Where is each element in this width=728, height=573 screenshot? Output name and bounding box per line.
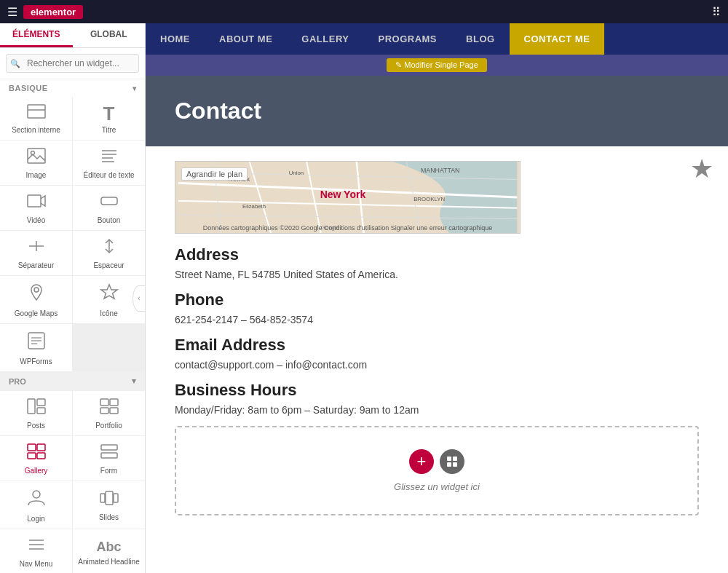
hours-section: Business Hours Monday/Friday: 8am to 6pm… — [175, 381, 699, 416]
svg-marker-14 — [101, 285, 117, 299]
tab-global[interactable]: GLOBAL — [73, 23, 146, 47]
grid-icon[interactable]: ⠿ — [712, 5, 721, 19]
nav-bar: HOME ABOUT ME GALLERY PROGRAMS BLOG CONT… — [146, 23, 728, 55]
section-interne-icon — [27, 104, 46, 123]
animated-headline-icon: Abc — [96, 540, 121, 555]
widget-video[interactable]: Vidéo — [0, 186, 72, 230]
icone-label: Icône — [100, 309, 117, 317]
nav-home[interactable]: HOME — [146, 23, 205, 55]
email-text: contact@support.com – info@contact.com — [175, 359, 699, 371]
titre-label: Titre — [102, 126, 116, 134]
widget-image[interactable]: Image — [0, 141, 72, 185]
sidebar-search-area — [0, 48, 145, 79]
svg-rect-26 — [28, 444, 36, 451]
svg-rect-57 — [447, 462, 451, 467]
svg-rect-34 — [106, 491, 113, 505]
nav-programs[interactable]: PROGRAMS — [363, 23, 451, 55]
form-label: Form — [100, 467, 117, 475]
svg-rect-27 — [37, 444, 45, 451]
section-basic-arrow: ▾ — [132, 84, 137, 92]
section-pro-header[interactable]: PRO ▾ — [0, 372, 145, 390]
slides-icon — [100, 490, 119, 510]
login-icon — [27, 489, 46, 512]
widget-animated-headline[interactable]: Abc Animated Headline — [73, 529, 145, 573]
drop-zone-btns: + — [409, 449, 464, 474]
nav-gallery[interactable]: GALLERY — [287, 23, 363, 55]
drop-label: Glissez un widget ici — [394, 481, 480, 492]
nav-blog[interactable]: BLOG — [451, 23, 510, 55]
posts-icon — [27, 398, 46, 419]
slides-label: Slides — [99, 513, 119, 521]
svg-rect-33 — [100, 494, 105, 502]
email-heading: Email Address — [175, 336, 699, 355]
svg-rect-30 — [101, 445, 117, 450]
phone-section: Phone 621-254-2147 – 564-852-3574 — [175, 291, 699, 325]
portfolio-icon — [100, 398, 119, 419]
sidebar-collapse-handle[interactable]: ‹ — [132, 285, 146, 312]
hamburger-icon[interactable]: ☰ — [7, 5, 17, 19]
map-footer: Données cartographiques ©2020 Google Con… — [203, 224, 493, 232]
address-text: Street Name, FL 54785 United States of A… — [175, 269, 699, 280]
svg-rect-25 — [110, 408, 118, 414]
widget-posts[interactable]: Posts — [0, 391, 72, 435]
espaceur-icon — [100, 238, 119, 258]
main-layout: ÉLÉMENTS GLOBAL BASIQUE ▾ Section intern… — [0, 23, 728, 573]
image-label: Image — [26, 171, 47, 179]
widget-portfolio[interactable]: Portfolio — [73, 391, 145, 435]
bouton-label: Bouton — [98, 216, 121, 224]
svg-point-13 — [34, 288, 39, 292]
svg-rect-29 — [37, 453, 45, 459]
widget-titre[interactable]: T Titre — [73, 97, 145, 140]
contact-header: Contact — [146, 76, 728, 146]
widget-slides[interactable]: Slides — [73, 481, 145, 529]
tab-elements[interactable]: ÉLÉMENTS — [0, 23, 73, 47]
editeur-texte-icon — [100, 148, 119, 168]
widget-google-maps[interactable]: Google Maps — [0, 276, 72, 323]
content-area: HOME ABOUT ME GALLERY PROGRAMS BLOG CONT… — [146, 23, 728, 573]
drop-zone: + Glissez un widget ici — [175, 426, 699, 515]
posts-label: Posts — [27, 422, 45, 430]
map-city-label: New York — [320, 189, 366, 200]
email-section: Email Address contact@support.com – info… — [175, 336, 699, 371]
sidebar: ÉLÉMENTS GLOBAL BASIQUE ▾ Section intern… — [0, 23, 146, 573]
espaceur-label: Espaceur — [93, 261, 124, 269]
hours-heading: Business Hours — [175, 381, 699, 400]
widget-editeur-texte[interactable]: Éditeur de texte — [73, 141, 145, 185]
svg-text:Union: Union — [289, 170, 304, 176]
svg-rect-23 — [110, 399, 118, 406]
video-label: Vidéo — [27, 216, 45, 224]
modifier-single-page-btn[interactable]: ✎ Modifier Single Page — [387, 58, 487, 72]
image-icon — [27, 148, 46, 168]
widget-bouton[interactable]: Bouton — [73, 186, 145, 230]
section-pro-arrow: ▾ — [132, 376, 136, 386]
svg-rect-20 — [37, 399, 45, 406]
widget-nav-menu[interactable]: Nav Menu — [0, 529, 72, 573]
separateur-label: Séparateur — [18, 261, 54, 269]
widget-login[interactable]: Login — [0, 481, 72, 529]
map-expand-btn[interactable]: Agrandir le plan — [181, 167, 248, 181]
widget-wpforms[interactable]: WPForms — [0, 324, 72, 371]
nav-contact[interactable]: CONTACT ME — [510, 23, 605, 55]
gallery-icon — [27, 443, 46, 464]
widget-gallery[interactable]: Gallery — [0, 436, 72, 481]
add-widget-btn[interactable]: + — [409, 449, 434, 474]
grid-widget-btn[interactable] — [440, 449, 464, 474]
svg-rect-22 — [100, 399, 108, 406]
svg-point-32 — [33, 491, 40, 498]
section-basic-header[interactable]: BASIQUE ▾ — [0, 79, 145, 97]
svg-rect-2 — [28, 149, 45, 163]
nav-about[interactable]: ABOUT ME — [205, 23, 287, 55]
animated-headline-label: Animated Headline — [78, 558, 140, 566]
svg-rect-24 — [100, 408, 108, 414]
form-icon — [100, 443, 119, 464]
widget-grid-basic: Section interne T Titre Image Éditeur de… — [0, 97, 145, 573]
svg-rect-35 — [114, 494, 118, 502]
widget-separateur[interactable]: Séparateur — [0, 231, 72, 275]
widget-espaceur[interactable]: Espaceur — [73, 231, 145, 275]
search-input[interactable] — [6, 54, 139, 73]
widget-section-interne[interactable]: Section interne — [0, 97, 72, 140]
widget-form[interactable]: Form — [73, 436, 145, 481]
elementor-logo: elementor — [23, 5, 83, 19]
google-maps-label: Google Maps — [15, 309, 58, 317]
address-heading: Address — [175, 245, 699, 264]
